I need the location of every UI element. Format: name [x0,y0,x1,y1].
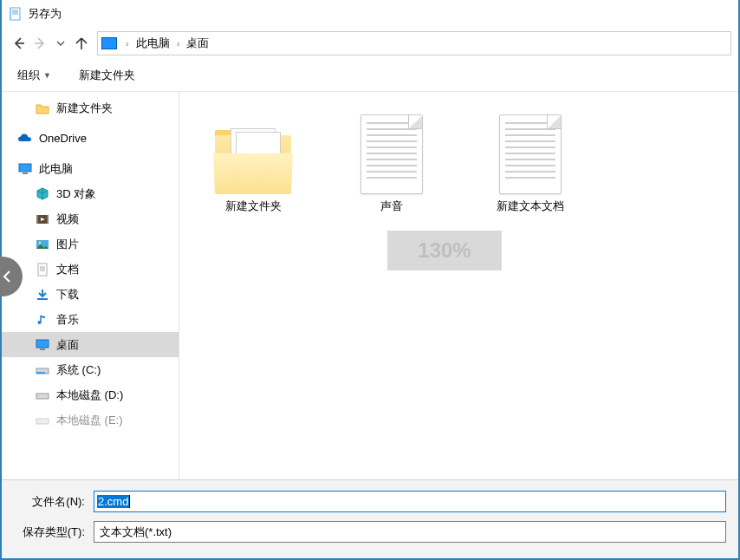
back-button[interactable] [9,33,29,54]
filetype-combobox[interactable]: 文本文档(*.txt) [94,521,726,543]
text-caret-icon [129,495,130,508]
onedrive-icon [17,131,33,147]
drive-icon [35,362,50,378]
tree: 新建文件夹 OneDrive 此电脑 [2,92,179,433]
tree-label: 音乐 [56,312,179,328]
file-label: 声音 [380,199,403,214]
title-bar: 另存为 [2,0,738,28]
svg-rect-20 [36,340,49,348]
tree-item-videos[interactable]: 视频 [2,206,179,231]
svg-rect-14 [38,264,47,276]
tree-item-this-pc[interactable]: 此电脑 [2,156,179,181]
tree-label: 3D 对象 [56,186,179,202]
main-area: 新建文件夹 OneDrive 此电脑 [2,92,738,479]
file-item-textfile[interactable]: 新建文本文档 [483,107,578,214]
textfile-thumbnail-icon [352,107,432,194]
pc-icon [101,37,117,49]
save-as-dialog: 另存为 › 此电脑 › 桌面 组织 ▼ 新建文件夹 [0,0,740,560]
breadcrumb-separator-icon: › [120,38,134,49]
file-label: 新建文件夹 [225,199,282,214]
breadcrumb-segment[interactable]: 此电脑 [134,36,172,51]
filename-label: 文件名(N): [14,494,94,510]
svg-rect-10 [36,215,38,224]
recent-locations-button[interactable] [50,33,71,54]
organize-button[interactable]: 组织 ▼ [12,64,56,87]
tree-label: 本地磁盘 (E:) [56,413,179,428]
picture-icon [35,237,50,252]
cube-icon [35,186,50,202]
tree-label: OneDrive [39,132,179,145]
up-button[interactable] [71,33,92,54]
filename-value: 2.cmd [97,495,129,508]
tree-item-drive-c[interactable]: 系统 (C:) [2,357,179,382]
navigation-tree[interactable]: 新建文件夹 OneDrive 此电脑 [2,92,179,479]
download-icon [35,287,50,303]
tree-item-downloads[interactable]: 下载 [2,282,179,307]
folder-thumbnail-icon [213,107,293,194]
tree-item-3d-objects[interactable]: 3D 对象 [2,181,179,206]
items-container: 新建文件夹 声音 [179,92,738,230]
pc-icon [17,161,33,177]
tree-item-drive-d[interactable]: 本地磁盘 (D:) [2,382,179,407]
tree-label: 文档 [56,262,179,277]
svg-rect-4 [10,8,11,20]
tree-item-onedrive[interactable]: OneDrive [2,126,179,151]
video-icon [35,212,50,227]
svg-rect-24 [36,394,49,399]
file-list-pane[interactable]: 新建文件夹 声音 [179,92,738,479]
zoom-overlay: 130% [387,231,502,270]
tree-label: 视频 [56,212,179,227]
drive-icon [35,387,50,403]
tree-label: 桌面 [56,337,179,353]
svg-rect-23 [36,372,45,374]
organize-label: 组织 [17,68,40,83]
file-label: 新建文本文档 [497,199,564,214]
nav-bar: › 此电脑 › 桌面 [2,28,738,59]
svg-rect-18 [37,298,48,300]
tree-label: 图片 [56,237,179,252]
new-folder-button[interactable]: 新建文件夹 [74,64,140,87]
tree-label: 新建文件夹 [56,101,179,116]
tree-item-documents[interactable]: 文档 [2,257,179,282]
file-item-textfile[interactable]: 声音 [344,107,439,214]
svg-rect-21 [40,348,45,350]
svg-rect-25 [36,419,49,424]
file-item-folder[interactable]: 新建文件夹 [205,107,301,214]
folder-icon [35,101,50,116]
address-bar[interactable]: › 此电脑 › 桌面 [97,31,731,55]
forward-button[interactable] [29,33,50,54]
filetype-row: 保存类型(T): 文本文档(*.txt) [14,521,726,543]
filetype-value: 文本文档(*.txt) [100,524,172,540]
document-icon [35,262,50,277]
breadcrumb-separator-icon: › [172,38,185,49]
tree-item-music[interactable]: 音乐 [2,307,179,332]
toolbar: 组织 ▼ 新建文件夹 [2,59,738,92]
tree-item-pictures[interactable]: 图片 [2,231,179,257]
svg-rect-7 [19,164,31,172]
drive-icon [35,413,50,428]
tree-label: 本地磁盘 (D:) [56,387,179,403]
notepad-icon [9,7,23,21]
tree-label: 系统 (C:) [56,362,179,378]
window-title: 另存为 [28,6,62,22]
filename-input[interactable]: 2.cmd [94,491,726,512]
svg-rect-8 [23,173,28,174]
tree-item-drive-e[interactable]: 本地磁盘 (E:) [2,407,179,433]
filetype-label: 保存类型(T): [14,524,94,540]
bottom-panel: 文件名(N): 2.cmd 保存类型(T): 文本文档(*.txt) [2,479,738,558]
svg-point-19 [38,321,42,324]
new-folder-label: 新建文件夹 [79,68,135,83]
tree-item-new-folder[interactable]: 新建文件夹 [2,95,179,120]
textfile-thumbnail-icon [490,107,570,194]
svg-rect-11 [47,215,49,224]
tree-label: 此电脑 [39,161,179,177]
tree-label: 下载 [56,287,179,303]
music-icon [35,312,50,328]
tree-item-desktop[interactable]: 桌面 [2,332,179,357]
chevron-down-icon: ▼ [43,71,51,80]
breadcrumb-segment[interactable]: 桌面 [185,36,211,51]
filename-row: 文件名(N): 2.cmd [14,491,726,512]
svg-point-13 [39,241,42,244]
desktop-icon [35,337,50,353]
